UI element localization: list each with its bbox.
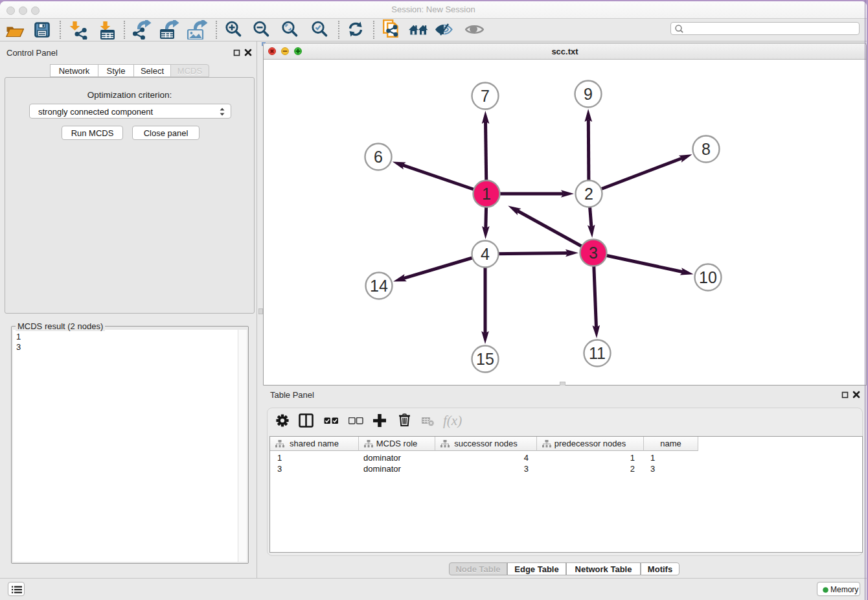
svg-text:6: 6 <box>374 148 383 166</box>
svg-text:10: 10 <box>699 268 717 286</box>
svg-text:9: 9 <box>584 85 593 103</box>
svg-text:8: 8 <box>702 140 711 158</box>
svg-text:11: 11 <box>589 344 606 362</box>
svg-text:15: 15 <box>476 350 494 368</box>
svg-text:14: 14 <box>370 277 388 295</box>
svg-text:7: 7 <box>481 87 490 105</box>
svg-text:4: 4 <box>481 245 490 263</box>
svg-text:2: 2 <box>584 185 593 203</box>
svg-text:1: 1 <box>482 185 491 203</box>
svg-text:3: 3 <box>589 244 598 262</box>
